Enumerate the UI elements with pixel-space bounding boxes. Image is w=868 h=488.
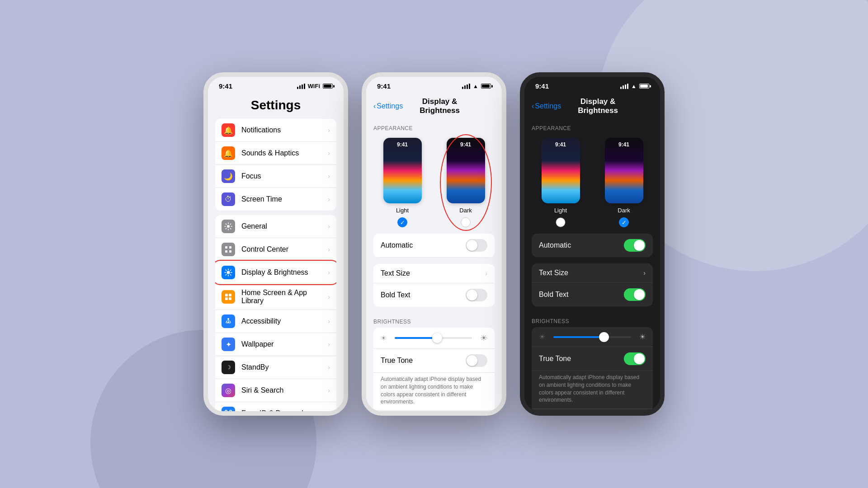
signal-icon-1 xyxy=(297,84,305,89)
battery-icon-2 xyxy=(481,84,491,89)
wallpaper-icon: ✦ xyxy=(222,338,235,351)
automatic-label-2: Automatic xyxy=(381,241,466,249)
svg-rect-6 xyxy=(225,294,228,296)
siri-chevron: › xyxy=(328,387,330,394)
brightness-header-2: BRIGHTNESS xyxy=(366,313,502,328)
svg-rect-1 xyxy=(225,246,227,249)
settings-item-siri[interactable]: ◎ Siri & Search › xyxy=(215,379,336,402)
bold-text-row-3[interactable]: Bold Text xyxy=(532,283,653,306)
dark-thumb-2: 9:41 xyxy=(447,138,485,203)
automatic-row-2[interactable]: Automatic xyxy=(373,234,495,258)
appearance-dark-2[interactable]: 9:41 Dark xyxy=(447,138,485,227)
page-title-2: Display & Brightness xyxy=(403,97,476,115)
time-3: 9:41 xyxy=(535,82,549,90)
svg-point-10 xyxy=(227,318,229,320)
light-label-3: Light xyxy=(554,207,567,214)
brightness-row-2[interactable]: ☀ ☀ xyxy=(373,328,495,349)
phone-settings-list: 9:41 WiFi Settings 🔔 N xyxy=(203,72,348,416)
brightness-slider-3[interactable] xyxy=(553,336,631,338)
status-icons-1: WiFi xyxy=(297,83,333,89)
settings-item-display[interactable]: Display & Brightness › xyxy=(215,261,336,284)
text-size-label-3: Text Size xyxy=(539,269,643,277)
status-icons-3: ▲ xyxy=(620,83,649,89)
automatic-row-3[interactable]: Automatic xyxy=(532,234,653,257)
status-icons-2: ▲ xyxy=(462,83,491,89)
settings-item-general[interactable]: General › xyxy=(215,215,336,238)
back-button-3[interactable]: ‹ Settings xyxy=(532,102,561,110)
bold-text-toggle-2[interactable] xyxy=(466,289,487,301)
light-thumb-3: 9:41 xyxy=(542,138,580,203)
text-size-chevron-3: › xyxy=(643,269,646,277)
status-bar-3: 9:41 ▲ xyxy=(524,77,660,94)
accessibility-icon xyxy=(222,314,235,328)
brightness-row-3[interactable]: ☀ ☀ xyxy=(532,327,653,347)
sounds-icon: 🔔 xyxy=(222,146,235,160)
bold-text-toggle-3[interactable] xyxy=(624,288,646,301)
back-label-3: Settings xyxy=(535,102,561,110)
screentime-icon: ⏱ xyxy=(222,192,235,206)
dark-radio-3[interactable]: ✓ xyxy=(619,217,629,227)
svg-rect-4 xyxy=(229,250,231,253)
homescreen-chevron: › xyxy=(328,293,330,300)
status-bar-1: 9:41 WiFi xyxy=(208,77,344,94)
general-chevron: › xyxy=(328,223,330,230)
screentime-label: Screen Time xyxy=(241,195,328,203)
settings-item-homescreen[interactable]: Home Screen & App Library › xyxy=(215,284,336,310)
true-tone-toggle-2[interactable] xyxy=(466,354,487,367)
faceid-label: Face ID & Passcode xyxy=(241,409,328,411)
focus-label: Focus xyxy=(241,172,328,180)
appearance-light-2[interactable]: 9:41 Light ✓ xyxy=(383,138,422,227)
true-tone-row-2[interactable]: True Tone xyxy=(373,349,495,373)
general-icon xyxy=(222,220,235,233)
true-tone-label-2: True Tone xyxy=(381,357,466,365)
settings-item-wallpaper[interactable]: ✦ Wallpaper › xyxy=(215,333,336,356)
dark-label-3: Dark xyxy=(618,207,630,214)
time-2: 9:41 xyxy=(377,82,391,90)
homescreen-icon xyxy=(222,290,235,304)
svg-rect-11 xyxy=(225,410,227,411)
sounds-chevron: › xyxy=(328,150,330,157)
general-label: General xyxy=(241,222,328,230)
svg-rect-2 xyxy=(229,246,231,249)
appearance-light-3[interactable]: 9:41 Light xyxy=(542,138,580,227)
svg-rect-3 xyxy=(225,250,227,253)
settings-item-accessibility[interactable]: Accessibility › xyxy=(215,310,336,333)
display-chevron: › xyxy=(328,269,330,276)
text-size-row-2[interactable]: Text Size › xyxy=(373,264,495,283)
dark-label-2: Dark xyxy=(459,207,472,214)
true-tone-toggle-3[interactable] xyxy=(624,352,646,365)
settings-item-screentime[interactable]: ⏱ Screen Time › xyxy=(215,188,336,211)
dark-radio-2[interactable] xyxy=(461,217,471,227)
settings-item-focus[interactable]: 🌙 Focus › xyxy=(215,165,336,188)
accessibility-label: Accessibility xyxy=(241,317,328,325)
appearance-header-3: APPEARANCE xyxy=(524,120,660,134)
automatic-toggle-3[interactable] xyxy=(624,239,646,252)
settings-item-standby[interactable]: ☽ StandBy › xyxy=(215,356,336,379)
text-size-row-3[interactable]: Text Size › xyxy=(532,263,653,283)
wallpaper-chevron: › xyxy=(328,341,330,348)
wifi-icon-3: ▲ xyxy=(631,83,637,89)
light-label-2: Light xyxy=(396,207,409,214)
settings-title: Settings xyxy=(208,94,344,119)
settings-group-1: 🔔 Notifications › 🔔 Sounds & Haptics › 🌙… xyxy=(215,119,336,211)
settings-item-faceid[interactable]: Face ID & Passcode › xyxy=(215,402,336,411)
brightness-slider-2[interactable] xyxy=(395,337,472,339)
light-radio-3[interactable] xyxy=(556,217,566,227)
appearance-header-2: APPEARANCE xyxy=(366,120,502,134)
appearance-dark-3[interactable]: 9:41 Dark ✓ xyxy=(605,138,643,227)
svg-rect-9 xyxy=(229,297,231,300)
settings-item-sounds[interactable]: 🔔 Sounds & Haptics › xyxy=(215,142,336,165)
settings-item-notifications[interactable]: 🔔 Notifications › xyxy=(215,119,336,142)
settings-item-controlcenter[interactable]: Control Center › xyxy=(215,238,336,261)
night-shift-row-2[interactable]: Night Shift Off › xyxy=(373,410,495,411)
true-tone-row-3[interactable]: True Tone xyxy=(532,347,653,371)
automatic-toggle-2[interactable] xyxy=(466,239,487,252)
wifi-icon-1: WiFi xyxy=(308,83,320,89)
focus-chevron: › xyxy=(328,173,330,180)
light-radio-2[interactable]: ✓ xyxy=(397,217,407,227)
back-button-2[interactable]: ‹ Settings xyxy=(373,102,403,110)
night-shift-row-3[interactable]: Night Shift Off › xyxy=(532,409,653,411)
signal-icon-3 xyxy=(620,84,628,89)
bold-text-row-2[interactable]: Bold Text xyxy=(373,283,495,307)
accessibility-chevron: › xyxy=(328,318,330,325)
